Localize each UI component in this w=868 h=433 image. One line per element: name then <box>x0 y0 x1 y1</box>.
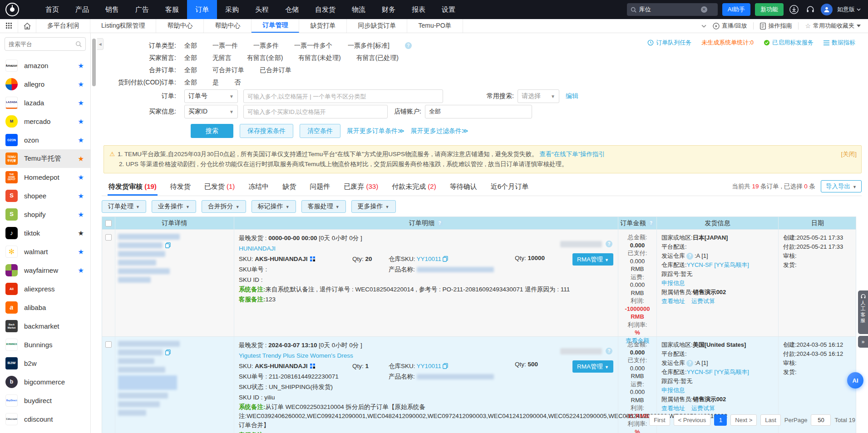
top-menu-item-采购[interactable]: 采购 <box>217 0 247 19</box>
page-number-current[interactable]: 1 <box>714 414 727 426</box>
sku-grid-icon[interactable] <box>310 256 315 261</box>
sidebar-item-amazon[interactable]: Amazonamazon★ <box>0 56 90 75</box>
top-menu-item-头程[interactable]: 头程 <box>247 0 277 19</box>
perpage-input[interactable] <box>811 414 831 426</box>
platform-search-input[interactable] <box>9 41 72 48</box>
help-icon[interactable]: ? <box>686 253 693 260</box>
order-number-type-select[interactable]: 订单号▼ <box>184 89 238 103</box>
sidebar-item-mercado[interactable]: Mmercado★ <box>0 112 90 131</box>
filter-option-一票一件[interactable]: 一票一件 <box>212 42 238 50</box>
buyer-info-type-select[interactable]: 买家ID▼ <box>184 105 238 118</box>
favorite-star-icon[interactable]: ★ <box>78 62 84 70</box>
page-first-button[interactable]: First <box>649 414 670 426</box>
freight-estimate-link[interactable]: 运费试算 <box>691 405 715 412</box>
workspace-tab-同步缺货订单[interactable]: 同步缺货订单 <box>347 19 407 33</box>
favorite-star-icon[interactable]: ★ <box>78 136 84 144</box>
status-tab-冻结中[interactable]: 冻结中 <box>247 182 270 196</box>
favorite-star-icon[interactable]: ★ <box>78 173 84 182</box>
top-menu-item-报表[interactable]: 报表 <box>404 0 434 19</box>
collapse-widgets-button[interactable]: » <box>858 336 868 348</box>
live-replay-link[interactable]: 直播/回放 <box>713 22 747 30</box>
workspace-tab-Listing权限管理[interactable]: Listing权限管理 <box>90 19 156 33</box>
favorite-star-icon[interactable]: ★ <box>78 99 84 107</box>
sku-grid-icon[interactable] <box>310 364 315 369</box>
sidebar-item-cdiscount[interactable]: Cdiscountcdiscount <box>0 410 90 428</box>
top-menu-item-设置[interactable]: 设置 <box>434 0 464 19</box>
freight-estimate-link[interactable]: 运费试算 <box>691 298 715 305</box>
top-menu-item-仓储[interactable]: 仓储 <box>277 0 307 19</box>
sidebar-collapse-button[interactable]: ◀ <box>97 38 104 50</box>
filter-option-一票多件[标准][interactable]: 一票多件[标准] <box>348 42 390 50</box>
sidebar-item-shopify[interactable]: Sshopify★ <box>0 205 90 224</box>
filter-option-全部[interactable]: 全部 <box>184 66 197 74</box>
common-search-select[interactable]: 请选择▼ <box>518 89 559 103</box>
label-service-enabled-link[interactable]: 已启用标发服务 <box>764 39 814 47</box>
favorite-star-icon[interactable]: ★ <box>78 211 84 219</box>
sidebar-item-alibaba[interactable]: aalibaba <box>0 298 90 317</box>
status-tab-近6个月订单[interactable]: 近6个月订单 <box>490 182 529 196</box>
status-tab-问题件[interactable]: 问题件 <box>309 182 331 196</box>
top-menu-item-自发货[interactable]: 自发货 <box>307 0 344 19</box>
sidebar-item-Bunnings[interactable]: BUNNINGSBunnings <box>0 335 90 354</box>
top-menu-item-产品[interactable]: 产品 <box>67 0 97 19</box>
declare-info-link[interactable]: 申报信息 <box>661 386 778 395</box>
favorite-star-icon[interactable]: ★ <box>78 118 84 126</box>
buyer-id-input[interactable] <box>243 105 388 118</box>
download-icon[interactable] <box>788 4 800 15</box>
store-account-input[interactable] <box>425 105 532 118</box>
sidebar-item-backmarket[interactable]: BackMarketbackmarket <box>0 317 90 335</box>
action-button-客服处理[interactable]: 客服处理▼ <box>301 200 346 213</box>
sidebar-item-tiktok[interactable]: ♪tiktok★ <box>0 224 90 242</box>
expand-order-conditions-link[interactable]: 展开更多订单条件≫ <box>347 127 404 135</box>
filter-option-是[interactable]: 是 <box>212 79 219 87</box>
filter-option-全部[interactable]: 全部 <box>184 79 197 87</box>
favorite-star-icon[interactable]: ★ <box>78 248 84 256</box>
sidebar-item-lazada[interactable]: LAZADAlazada★ <box>0 93 90 112</box>
filter-option-有留言(未处理)[interactable]: 有留言(未处理) <box>298 54 340 62</box>
filter-option-否[interactable]: 否 <box>234 79 241 87</box>
top-menu-item-广告[interactable]: 广告 <box>127 0 157 19</box>
action-button-标记操作[interactable]: 标记操作▼ <box>252 200 296 213</box>
favorite-star-icon[interactable]: ★ <box>78 266 84 275</box>
page-last-button[interactable]: Last <box>760 414 781 426</box>
top-menu-item-首页[interactable]: 首页 <box>37 0 67 19</box>
status-tab-缺货[interactable]: 缺货 <box>281 182 297 196</box>
edit-common-search-link[interactable]: 编辑 <box>566 92 578 100</box>
filter-option-有留言(全部)[interactable]: 有留言(全部) <box>247 54 283 62</box>
favorite-star-icon[interactable]: ★ <box>78 80 84 89</box>
data-metrics-link[interactable]: 数据指标 <box>824 39 855 47</box>
ungenerated-orders-stat[interactable]: 未生成系统单统计:0 <box>701 39 754 47</box>
filter-option-全部[interactable]: 全部 <box>184 54 197 62</box>
help-icon[interactable]: ? <box>686 360 693 367</box>
workspace-tab-缺货打单[interactable]: 缺货打单 <box>299 19 347 33</box>
favorite-star-icon[interactable]: ★ <box>78 229 84 237</box>
expand-filter-conditions-link[interactable]: 展开更多过滤条件≫ <box>411 127 469 135</box>
sidebar-item-walmart[interactable]: ✻walmart★ <box>0 242 90 261</box>
new-feature-button[interactable]: 新功能 <box>755 3 784 16</box>
favorite-star-icon[interactable]: ★ <box>78 155 84 163</box>
workspace-tab-多平台利润[interactable]: 多平台利润 <box>36 19 90 33</box>
order-queue-link[interactable]: 订单队列任务 <box>647 39 691 47</box>
view-address-link[interactable]: 查看地址 <box>661 298 685 305</box>
sidebar-item-ozon[interactable]: OZONozon★ <box>0 131 90 149</box>
page-prev-button[interactable]: < Previous <box>674 414 711 426</box>
ai-assistant-button[interactable]: AI助手 <box>722 3 750 16</box>
clear-search-icon[interactable]: ✕ <box>701 6 707 13</box>
import-export-button[interactable]: 导入导出▼ <box>821 180 862 192</box>
filter-option-已合并订单[interactable]: 已合并订单 <box>260 66 291 74</box>
edition-selector[interactable]: 如意版 <box>837 5 861 14</box>
sidebar-item-aliexpress[interactable]: Alialiexpress <box>0 280 90 298</box>
platform-search[interactable] <box>5 37 86 51</box>
status-tab-付款未完成[interactable]: 付款未完成 (2) <box>391 182 437 196</box>
action-button-业务操作[interactable]: 业务操作▼ <box>152 200 196 213</box>
apps-grid-icon[interactable] <box>0 19 18 33</box>
search-button[interactable]: 搜索 <box>191 124 233 138</box>
favorite-star-icon[interactable]: ★ <box>78 192 84 200</box>
sidebar-item-allegro[interactable]: allegro★ <box>0 75 90 93</box>
user-avatar[interactable] <box>821 4 833 15</box>
headset-icon[interactable] <box>804 4 816 15</box>
action-button-订单处理[interactable]: 订单处理▼ <box>102 200 146 213</box>
more-tabs-chevron-icon[interactable] <box>701 25 706 28</box>
global-search-input[interactable] <box>639 6 698 13</box>
row-checkbox[interactable] <box>105 341 112 348</box>
